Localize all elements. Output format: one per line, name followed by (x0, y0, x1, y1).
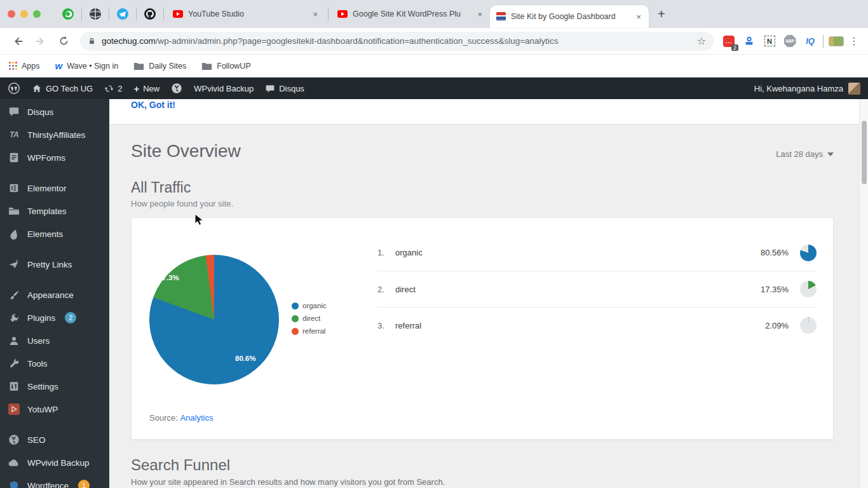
telegram-icon[interactable] (116, 7, 130, 21)
tab-sitekit-dashboard[interactable]: Site Kit by Google Dashboard × (490, 5, 649, 28)
wordpress-icon (8, 82, 20, 95)
disqus-menu[interactable]: Disqus (265, 84, 304, 93)
yoast-menu[interactable] (171, 83, 182, 94)
tab-close-icon[interactable]: × (311, 10, 319, 19)
new-content-menu[interactable]: + New (133, 83, 159, 94)
section-subtitle: How people found your site. (131, 199, 834, 208)
profile-avatar[interactable] (828, 33, 844, 50)
back-icon[interactable] (9, 32, 27, 50)
bookmark-folder-daily-sites[interactable]: Daily Sites (133, 62, 186, 71)
new-tab-button[interactable]: + (658, 7, 665, 22)
sliders-icon (8, 381, 20, 392)
comment-icon (265, 84, 275, 93)
scrollbar-track[interactable] (859, 99, 868, 488)
legend-dot-icon (292, 328, 299, 335)
dashboard-content: OK, Got it! Site Overview Last 28 days A… (109, 99, 868, 488)
forward-icon[interactable] (32, 32, 50, 50)
ta-icon: TA (8, 130, 20, 139)
tab-close-icon[interactable]: × (476, 10, 484, 19)
traffic-pie-chart: 17.3% 80.6% (149, 255, 279, 384)
sidebar-item-users[interactable]: Users (0, 329, 109, 352)
folder-icon (133, 62, 144, 71)
extension-n-clipper-icon[interactable]: N (761, 33, 778, 50)
sidebar-item-wpforms[interactable]: WPForms (0, 146, 109, 169)
mouse-cursor (194, 214, 206, 227)
omnibox[interactable]: gotechug.com/wp-admin/admin.php?page=goo… (80, 32, 714, 51)
separator (136, 8, 137, 20)
brush-icon (8, 290, 20, 301)
extension-red-icon[interactable]: ... 2 (721, 33, 737, 50)
separator (823, 35, 824, 48)
window-minimize-button[interactable] (20, 10, 28, 18)
section-title: All Traffic (131, 179, 834, 196)
sidebar-item-tools[interactable]: Tools (0, 352, 109, 375)
tab-close-icon[interactable]: × (635, 12, 642, 22)
droplet-icon (8, 229, 20, 240)
cloud-icon (8, 458, 20, 467)
sidebar-item-elements[interactable]: Elements (0, 222, 109, 245)
window-close-button[interactable] (8, 10, 15, 18)
legend-item-organic: organic (292, 299, 327, 312)
separator (328, 8, 329, 20)
separator (163, 8, 164, 20)
channel-value: 80.56% (761, 248, 789, 257)
plugins-count-badge: 2 (65, 312, 76, 323)
search-funnel-title: Search Funnel (131, 456, 834, 474)
whatsapp-icon[interactable] (61, 7, 75, 21)
bookmark-folder-followup[interactable]: FollowUP (201, 62, 251, 71)
bookmark-wave[interactable]: w Wave • Sign in (55, 60, 119, 71)
window-zoom-button[interactable] (33, 10, 41, 18)
sidebar-item-appearance[interactable]: Appearance (0, 283, 109, 306)
apps-shortcut[interactable]: Apps (9, 62, 40, 71)
sidebar-item-pretty-links[interactable]: Pretty Links (0, 253, 109, 276)
pie-slice-label-organic: 80.6% (235, 355, 256, 362)
sidebar-item-thirstyaffiliates[interactable]: TA ThirstyAffiliates (0, 123, 109, 146)
pie-slice-label-direct: 17.3% (158, 274, 179, 281)
wp-admin-bar: GO Tech UG 2 + New WPvivid Backup Disqus… (0, 78, 868, 99)
extension-adblock-icon[interactable]: ABP (782, 33, 798, 50)
extension-stamp-icon[interactable] (741, 33, 757, 50)
lock-icon (88, 36, 96, 46)
bookmark-star-icon[interactable]: ☆ (697, 35, 706, 47)
ok-got-it-link[interactable]: OK, Got it! (131, 100, 175, 110)
channel-value: 17.35% (761, 285, 789, 294)
account-menu[interactable]: Hi, Kwehangana Hamza (754, 83, 860, 95)
pinned-tabs (57, 7, 166, 21)
site-name-menu[interactable]: GO Tech UG (32, 84, 93, 93)
reload-icon[interactable] (55, 32, 72, 50)
wp-logo-menu[interactable] (8, 82, 20, 95)
browser-toolbar: gotechug.com/wp-admin/admin.php?page=goo… (0, 28, 868, 55)
analytics-link[interactable]: Analytics (180, 413, 213, 423)
elementor-icon (8, 182, 20, 194)
sidebar-item-yotuwp[interactable]: YotuWP (0, 398, 109, 421)
comment-icon (8, 106, 20, 118)
channel-value: 2.09% (765, 321, 789, 330)
menu-kebab-icon[interactable]: ⋮ (849, 35, 859, 47)
paper-plane-icon (8, 260, 20, 269)
wpvivid-menu[interactable]: WPvivid Backup (194, 84, 254, 93)
browser-window: YouTube Studio × Google Site Kit WordPre… (0, 0, 868, 488)
table-row: 1. organic 80.56% (377, 234, 817, 271)
sidebar-item-seo[interactable]: SEO (0, 428, 109, 451)
tab-sitekit-plugin[interactable]: Google Site Kit WordPress Plu × (331, 3, 490, 25)
sidebar-item-wpvivid[interactable]: WPvivid Backup (0, 451, 109, 474)
tab-title: YouTube Studio (188, 10, 306, 18)
wave-icon: w (55, 60, 63, 71)
github-icon[interactable] (143, 7, 157, 21)
sidebar-item-plugins[interactable]: Plugins 2 (0, 306, 109, 329)
bookmarks-bar: Apps w Wave • Sign in Daily Sites Follow… (0, 55, 868, 78)
avatar (848, 83, 860, 95)
sidebar-item-disqus[interactable]: Disqus (0, 100, 109, 123)
extension-iq-icon[interactable]: IQ (802, 33, 818, 50)
update-icon (104, 84, 114, 93)
date-range-select[interactable]: Last 28 days (776, 149, 834, 159)
sidebar-item-settings[interactable]: Settings (0, 375, 109, 398)
sidebar-item-elementor[interactable]: Elementor (0, 177, 109, 200)
sidebar-item-templates[interactable]: Templates (0, 200, 109, 222)
browser-globe-icon[interactable] (88, 7, 102, 21)
scrollbar-thumb[interactable] (862, 121, 867, 184)
sidebar-item-wordfence[interactable]: Wordfence 1 (0, 474, 109, 488)
tab-youtube-studio[interactable]: YouTube Studio × (166, 3, 325, 25)
apps-grid-icon (9, 62, 17, 70)
updates-menu[interactable]: 2 (104, 84, 122, 93)
